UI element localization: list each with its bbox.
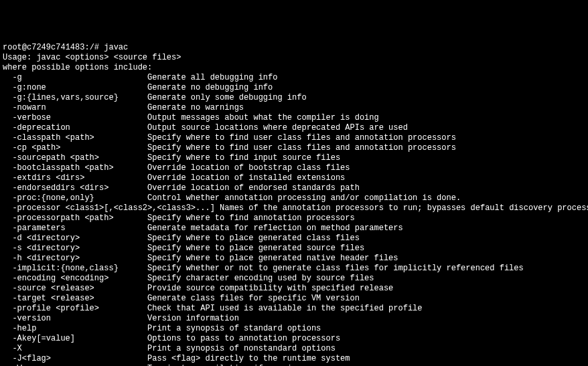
option-flag: -h <directory>	[3, 254, 80, 264]
option-flag: -version	[3, 314, 51, 324]
option-desc: Generate no warnings	[46, 103, 244, 112]
option-row: -sourcepath <path> Specify where to find…	[3, 153, 585, 163]
option-row: -implicit:{none,class} Specify whether o…	[3, 264, 585, 274]
where-line: where possible options include:	[3, 63, 152, 72]
option-row: -g:none Generate no debugging info	[3, 83, 585, 93]
option-row: -deprecation Output source locations whe…	[3, 123, 585, 133]
option-flag: -g:{lines,vars,source}	[3, 93, 119, 103]
option-flag: -bootclasspath <path>	[3, 163, 114, 173]
option-desc: Specify where to place generated native …	[80, 254, 398, 263]
option-row: -processorpath <path> Specify where to f…	[3, 213, 585, 223]
option-row: -help Print a synopsis of standard optio…	[3, 324, 585, 334]
option-row: -classpath <path> Specify where to find …	[3, 133, 585, 143]
option-desc: Generate metadata for reflection on meth…	[66, 223, 403, 233]
option-flag: -Akey[=value]	[3, 334, 75, 344]
option-row: -d <directory> Specify where to place ge…	[3, 234, 585, 244]
option-row: -verbose Output messages about what the …	[3, 113, 585, 123]
option-row: -proc:{none,only} Control whether annota…	[3, 193, 585, 203]
option-desc: Generate only some debugging info	[119, 93, 307, 102]
option-flag: -extdirs <dirs>	[3, 173, 84, 183]
option-desc: Version information	[51, 314, 239, 323]
prompt-suffix: #	[94, 43, 99, 52]
options-list: -g Generate all debugging info -g:none G…	[3, 73, 585, 366]
option-flag: -processorpath <path>	[3, 213, 114, 223]
option-desc: Check that API used is available in the …	[99, 304, 422, 313]
option-desc: Generate all debugging info	[22, 73, 278, 82]
option-row: -processor <class1>[,<class2>,<class3>..…	[3, 203, 585, 213]
option-flag: -s <directory>	[3, 244, 80, 254]
option-row: -s <directory> Specify where to place ge…	[3, 244, 585, 254]
option-flag: -target <release>	[3, 294, 94, 304]
option-desc: Output source locations where deprecated…	[70, 123, 408, 132]
option-desc: Names of the annotation processors to ru…	[215, 203, 588, 213]
option-row: -bootclasspath <path> Override location …	[3, 163, 585, 173]
option-flag: -parameters	[3, 223, 66, 234]
option-desc: Print a synopsis of standard options	[36, 324, 321, 333]
option-flag: -help	[3, 324, 36, 334]
option-desc: Control whether annotation processing an…	[94, 193, 461, 203]
option-flag: -profile <profile>	[3, 304, 99, 314]
option-flag: -X	[3, 344, 22, 354]
option-flag: -encoding <encoding>	[3, 274, 108, 284]
option-flag: -g	[3, 73, 22, 83]
option-flag: -source <release>	[3, 284, 94, 294]
option-flag: -endorseddirs <dirs>	[3, 183, 108, 193]
option-desc: Specify character encoding used by sourc…	[108, 274, 374, 283]
option-desc: Override location of bootstrap class fil…	[114, 163, 350, 173]
prompt-user: root	[3, 43, 22, 52]
option-desc: Generate class files for specific VM ver…	[94, 294, 360, 303]
option-row: -Akey[=value] Options to pass to annotat…	[3, 334, 585, 344]
prompt-line-1: root@c7249c741483:/# javac	[3, 43, 128, 52]
option-row: -g:{lines,vars,source} Generate only som…	[3, 93, 585, 103]
option-row: -extdirs <dirs> Override location of ins…	[3, 173, 585, 183]
option-row: -target <release> Generate class files f…	[3, 294, 585, 304]
option-desc: Pass <flag> directly to the runtime syst…	[51, 354, 350, 363]
option-desc: Specify where to find input source files	[99, 153, 340, 163]
usage-line: Usage: javac <options> <source files>	[3, 53, 181, 62]
option-row: -nowarn Generate no warnings	[3, 103, 585, 113]
option-flag: -proc:{none,only}	[3, 193, 94, 203]
option-desc: Specify where to find user class files a…	[94, 133, 456, 143]
option-row: -encoding <encoding> Specify character e…	[3, 274, 585, 284]
option-flag: -d <directory>	[3, 234, 80, 244]
option-desc: Specify where to place generated source …	[80, 244, 364, 253]
option-flag: -sourcepath <path>	[3, 153, 99, 163]
option-row: -endorseddirs <dirs> Override location o…	[3, 183, 585, 193]
option-desc: Override location of installed extension…	[84, 173, 345, 183]
option-row: -g Generate all debugging info	[3, 73, 585, 83]
option-flag: -verbose	[3, 113, 51, 123]
option-desc: Provide source compatibility with specif…	[94, 284, 393, 293]
option-flag: -processor <class1>[,<class2>,<class3>..…	[3, 203, 215, 213]
prompt-host: c7249c741483	[27, 43, 84, 52]
option-desc: Specify where to find user class files a…	[60, 143, 456, 153]
option-row: -source <release> Provide source compati…	[3, 284, 585, 294]
option-row: -version Version information	[3, 314, 585, 324]
option-flag: -deprecation	[3, 123, 70, 133]
option-row: -cp <path> Specify where to find user cl…	[3, 143, 585, 153]
command-entered: javac	[104, 43, 128, 52]
option-desc: Specify whether or not to generate class…	[119, 264, 524, 273]
option-flag: -cp <path>	[3, 143, 60, 153]
option-desc: Print a synopsis of nonstandard options	[22, 344, 336, 353]
option-row: -parameters Generate metadata for reflec…	[3, 223, 585, 234]
option-flag: -classpath <path>	[3, 133, 94, 143]
option-desc: Generate no debugging info	[46, 83, 273, 92]
option-desc: Output messages about what the compiler …	[51, 113, 379, 122]
option-flag: -J<flag>	[3, 354, 51, 364]
option-desc: Specify where to find annotation process…	[114, 213, 355, 223]
option-desc: Specify where to place generated class f…	[80, 234, 360, 243]
option-row: -J<flag> Pass <flag> directly to the run…	[3, 354, 585, 364]
terminal-output[interactable]: root@c7249c741483:/# javac Usage: javac …	[3, 43, 585, 366]
option-flag: -implicit:{none,class}	[3, 264, 119, 274]
option-flag: -nowarn	[3, 103, 46, 113]
option-desc: Override location of endorsed standards …	[108, 183, 359, 193]
option-flag: -g:none	[3, 83, 46, 93]
option-row: -X Print a synopsis of nonstandard optio…	[3, 344, 585, 354]
prompt-path: /	[90, 43, 94, 52]
option-row: -profile <profile> Check that API used i…	[3, 304, 585, 314]
option-row: -h <directory> Specify where to place ge…	[3, 254, 585, 264]
option-desc: Options to pass to annotation processors	[75, 334, 340, 343]
